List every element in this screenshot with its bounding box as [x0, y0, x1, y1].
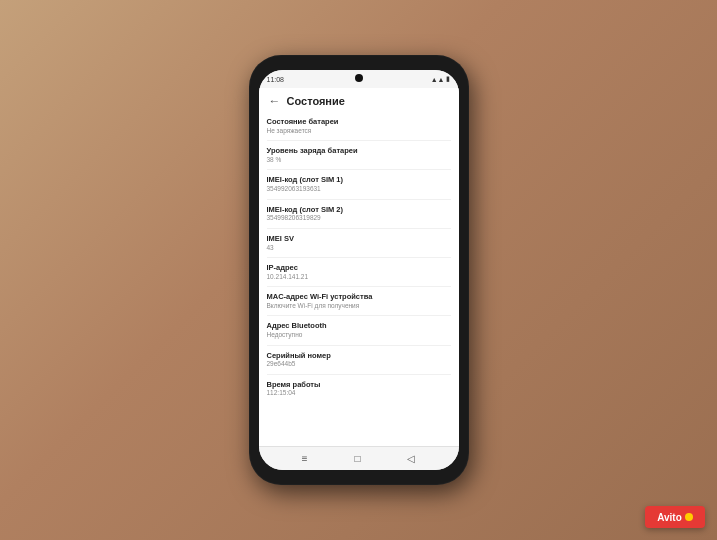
list-item[interactable]: Уровень заряда батареи38 %	[267, 141, 451, 170]
avito-text: Avito	[657, 512, 682, 523]
status-bar-left: 11:08	[267, 76, 285, 83]
app-content: ← Состояние Состояние батареиНе заряжает…	[259, 88, 459, 446]
setting-value: 29e644b5	[267, 360, 451, 368]
nav-bar: ≡ □ ◁	[259, 446, 459, 470]
setting-value: 354998206319829	[267, 214, 451, 222]
setting-value: 10.214.141.21	[267, 273, 451, 281]
avito-badge: Avito	[645, 506, 705, 528]
back-button[interactable]: ←	[269, 94, 281, 108]
setting-value: Недоступно	[267, 331, 451, 339]
setting-value: 43	[267, 244, 451, 252]
setting-label: IMEI-код (слот SIM 1)	[267, 175, 451, 185]
phone-screen: 11:08 ▲▲ ▮ ← Состояние Состояние батареи…	[259, 70, 459, 470]
setting-value: Не заряжается	[267, 127, 451, 135]
list-item[interactable]: IMEI-код (слот SIM 2)354998206319829	[267, 200, 451, 229]
status-bar-right: ▲▲ ▮	[431, 75, 451, 83]
phone-device: 11:08 ▲▲ ▮ ← Состояние Состояние батареи…	[249, 55, 469, 485]
setting-label: Уровень заряда батареи	[267, 146, 451, 156]
setting-label: Адрес Bluetooth	[267, 321, 451, 331]
setting-value: 38 %	[267, 156, 451, 164]
page-title: Состояние	[287, 95, 345, 107]
setting-value: 112:15:04	[267, 389, 451, 397]
avito-dot	[685, 513, 693, 521]
list-item[interactable]: IMEI-код (слот SIM 1)354992063193631	[267, 170, 451, 199]
signal-icon: ▲▲	[431, 76, 445, 83]
setting-label: MAC-адрес Wi-Fi устройства	[267, 292, 451, 302]
list-item[interactable]: Серийный номер29e644b5	[267, 346, 451, 375]
status-time: 11:08	[267, 76, 285, 83]
setting-value: 354992063193631	[267, 185, 451, 193]
app-header: ← Состояние	[259, 88, 459, 112]
setting-label: Время работы	[267, 380, 451, 390]
home-icon[interactable]: □	[354, 453, 360, 464]
battery-icon: ▮	[446, 75, 450, 83]
back-nav-icon[interactable]: ◁	[407, 453, 415, 464]
list-item[interactable]: Состояние батареиНе заряжается	[267, 112, 451, 141]
setting-label: IMEI-код (слот SIM 2)	[267, 205, 451, 215]
list-item[interactable]: Адрес BluetoothНедоступно	[267, 316, 451, 345]
camera-hole	[355, 74, 363, 82]
setting-label: IP-адрес	[267, 263, 451, 273]
setting-label: Серийный номер	[267, 351, 451, 361]
list-item[interactable]: IP-адрес10.214.141.21	[267, 258, 451, 287]
desk-surface: 11:08 ▲▲ ▮ ← Состояние Состояние батареи…	[0, 0, 717, 540]
menu-icon[interactable]: ≡	[302, 453, 308, 464]
setting-label: Состояние батареи	[267, 117, 451, 127]
setting-label: IMEI SV	[267, 234, 451, 244]
list-item[interactable]: MAC-адрес Wi-Fi устройстваВключите Wi-Fi…	[267, 287, 451, 316]
setting-value: Включите Wi-Fi для получения	[267, 302, 451, 310]
list-item[interactable]: Время работы112:15:04	[267, 375, 451, 403]
settings-list: Состояние батареиНе заряжаетсяУровень за…	[259, 112, 459, 446]
list-item[interactable]: IMEI SV43	[267, 229, 451, 258]
